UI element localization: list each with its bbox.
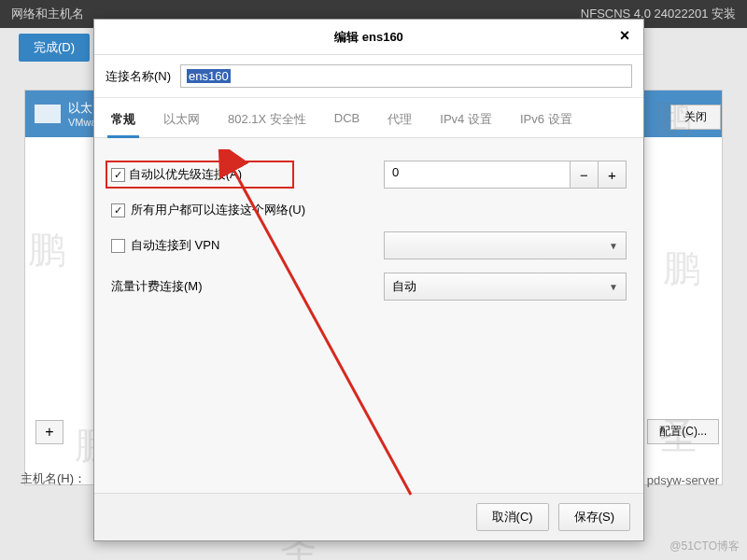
all-users-label: 所有用户都可以连接这个网络(U) bbox=[131, 202, 305, 218]
configure-button[interactable]: 配置(C)... bbox=[647, 419, 719, 444]
all-users-row: ✓ 所有用户都可以连接这个网络(U) bbox=[111, 202, 627, 218]
ethernet-text: 以太 VMwa bbox=[68, 100, 97, 128]
vpn-combo[interactable]: ▼ bbox=[384, 231, 627, 259]
priority-increment[interactable]: + bbox=[599, 161, 627, 189]
tab-body: ✓ 自动以优先级连接(A) 0 − + ✓ 所有用户都可以连接这个网络(U) 自… bbox=[94, 138, 643, 493]
priority-input[interactable]: 0 bbox=[384, 161, 571, 189]
annotation-highlight: ✓ 自动以优先级连接(A) bbox=[106, 161, 294, 189]
connection-name-label: 连接名称(N) bbox=[106, 68, 171, 85]
cancel-button[interactable]: 取消(C) bbox=[476, 503, 549, 531]
tabs: 常规 以太网 802.1X 安全性 DCB 代理 IPv4 设置 IPv6 设置 bbox=[94, 98, 643, 138]
done-button[interactable]: 完成(D) bbox=[19, 34, 90, 62]
ethernet-icon bbox=[35, 105, 61, 123]
vpn-row: 自动连接到 VPN ▼ bbox=[111, 231, 627, 259]
chevron-down-icon: ▼ bbox=[609, 282, 618, 292]
dialog-titlebar: 编辑 ens160 × bbox=[94, 20, 643, 55]
hostname-label: 主机名(H)： bbox=[21, 470, 86, 487]
tab-ipv4[interactable]: IPv4 设置 bbox=[436, 104, 496, 137]
metered-combo[interactable]: 自动 ▼ bbox=[384, 273, 627, 301]
auto-priority-label: 自动以优先级连接(A) bbox=[129, 167, 242, 181]
dialog-title: 编辑 ens160 bbox=[334, 29, 403, 46]
topbar-title: 网络和主机名 bbox=[11, 6, 84, 22]
close-icon[interactable]: × bbox=[615, 27, 634, 46]
tab-8021x[interactable]: 802.1X 安全性 bbox=[224, 104, 310, 137]
priority-decrement[interactable]: − bbox=[571, 161, 599, 189]
tab-general[interactable]: 常规 bbox=[107, 104, 139, 137]
metered-label: 流量计费连接(M) bbox=[111, 278, 203, 295]
hostname-value: pdsyw-server bbox=[647, 473, 719, 487]
connection-name-row: 连接名称(N) ens160 bbox=[94, 55, 643, 98]
blog-watermark: @51CTO博客 bbox=[669, 539, 740, 554]
metered-row: 流量计费连接(M) 自动 ▼ bbox=[111, 273, 627, 301]
tab-ethernet[interactable]: 以太网 bbox=[160, 104, 204, 137]
vpn-label: 自动连接到 VPN bbox=[131, 237, 219, 254]
vpn-checkbox[interactable] bbox=[111, 239, 125, 253]
chevron-down-icon: ▼ bbox=[609, 241, 618, 251]
close-button[interactable]: 关闭 bbox=[670, 105, 721, 130]
auto-priority-row: ✓ 自动以优先级连接(A) 0 − + bbox=[111, 161, 627, 189]
connection-name-input[interactable]: ens160 bbox=[180, 64, 632, 88]
dialog-footer: 取消(C) 保存(S) bbox=[94, 493, 643, 540]
tab-dcb[interactable]: DCB bbox=[331, 104, 363, 137]
tab-ipv6[interactable]: IPv6 设置 bbox=[516, 104, 576, 137]
save-button[interactable]: 保存(S) bbox=[558, 503, 630, 531]
priority-spinner: 0 − + bbox=[384, 161, 627, 189]
auto-priority-checkbox[interactable]: ✓ bbox=[111, 168, 125, 182]
add-button[interactable]: + bbox=[35, 420, 63, 444]
all-users-checkbox[interactable]: ✓ bbox=[111, 203, 125, 217]
edit-connection-dialog: 编辑 ens160 × 连接名称(N) ens160 常规 以太网 802.1X… bbox=[93, 19, 644, 541]
auto-priority-group: ✓ 自动以优先级连接(A) bbox=[111, 166, 373, 183]
tab-proxy[interactable]: 代理 bbox=[384, 104, 416, 137]
